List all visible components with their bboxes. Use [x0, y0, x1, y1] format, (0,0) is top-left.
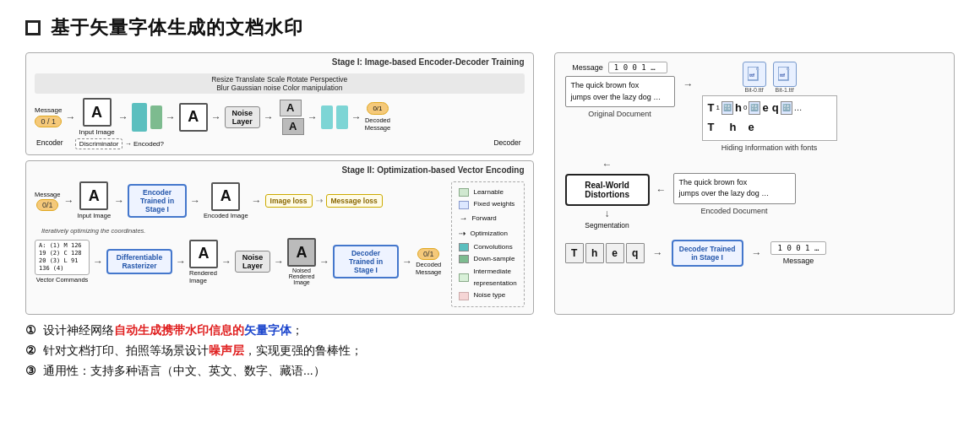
- message-badge-s1: 0 / 1: [35, 116, 62, 127]
- arrow-rw-encoded: ←: [656, 184, 667, 196]
- noise-layer-s2: Noise Layer: [235, 251, 270, 273]
- orig-doc-label: Original Document: [588, 110, 651, 118]
- char-q: q: [626, 243, 645, 263]
- char-e: e: [606, 243, 624, 263]
- input-image-label: Input Image: [79, 128, 114, 136]
- orig-doc-box: The quick brown fox jumps over the lazy …: [565, 76, 675, 107]
- rw-distort-box: Real-WorldDistortions: [565, 174, 650, 206]
- arrow-tile-decoder: →: [653, 247, 663, 259]
- bullet-text-3: 通用性：支持多种语言（中文、英文、数字、藏语...）: [43, 364, 325, 379]
- char-T: T: [565, 243, 584, 263]
- arrow5: →: [264, 111, 274, 123]
- legend-noisetype: Noise type: [459, 289, 516, 301]
- bit-icon-q: 🔠: [781, 101, 792, 115]
- bullet-3: ③ 通用性：支持多种语言（中文、英文、数字、藏语...）: [25, 364, 955, 379]
- legend-convolutions: Convolutions: [459, 241, 516, 253]
- arrow-to-hiding: →: [683, 78, 694, 90]
- output-label: Message: [783, 257, 814, 265]
- discriminator-wrap: Discriminator → Encoded?: [75, 138, 164, 149]
- discriminator-box: Discriminator: [75, 138, 123, 149]
- legend-optimization: ⇢ Optimization: [459, 226, 516, 241]
- encoder-trained-box: Encoder Trained in Stage I: [128, 184, 187, 218]
- bullets-section: ① 设计神经网络自动生成携带水印信息的矢量字体； ② 针对文档打印、拍照等场景设…: [25, 323, 955, 379]
- encoder-label: Encoder: [36, 138, 63, 147]
- bit0-icon: ttf: [743, 62, 766, 87]
- page-header: 基于矢量字体生成的文档水印: [25, 15, 955, 41]
- input-image-block: A: [83, 98, 112, 127]
- vector-commands-box: A: (1) M 126 19 (2) C 128 20 (3) L 91 13…: [35, 240, 90, 275]
- noised-rendered-A: A: [287, 238, 316, 267]
- bit-icon-T: 🔠: [721, 101, 733, 115]
- bit1-file: ttf Bit-1.ttf: [773, 62, 797, 93]
- svg-text:ttf: ttf: [749, 73, 755, 78]
- message-input-box: 1 0 0 1 …: [608, 62, 667, 73]
- bullet-text-2: 针对文档打印、拍照等场景设计噪声层，实现更强的鲁棒性；: [43, 343, 362, 359]
- bit1-label: Bit-1.ttf: [776, 87, 794, 93]
- encoded-doc-col: The quick brown fox jumps over the lazy …: [673, 173, 796, 215]
- message-label-s1: Message: [35, 106, 62, 114]
- arrow6: →: [308, 111, 318, 123]
- arrow1: →: [65, 111, 75, 123]
- msg-badge-s2: 0/1: [36, 199, 59, 211]
- arrow3: →: [166, 111, 176, 123]
- hiding-label: Hiding Information with fonts: [721, 143, 818, 152]
- legend-intermediate: Intermediaterepresentation: [459, 266, 516, 290]
- orig-doc-col: Message 1 0 0 1 … The quick brown fox ju…: [565, 62, 675, 118]
- hiding-info-col: ttf Bit-0.ttf ttf Bi: [702, 62, 837, 152]
- stage2-label: Stage II: Optimization-based Vector Enco…: [341, 165, 524, 175]
- decoder-trained-box: Decoder Trained in Stage I: [333, 245, 399, 278]
- right-top: Message 1 0 0 1 … The quick brown fox ju…: [565, 62, 944, 152]
- rendered-A: A: [189, 240, 218, 268]
- diff-rasterizer-box: Differentiable Rasterizer: [106, 249, 172, 274]
- decoder-block2: [336, 105, 348, 129]
- char-tiles: T h e q: [565, 243, 645, 263]
- bullet-num-2: ②: [25, 343, 36, 357]
- noised-img-1: A: [280, 100, 302, 116]
- decoder-block1: [321, 105, 333, 129]
- iter-note: Iteratively optimizing the coordinates.: [41, 227, 145, 235]
- title-icon: [25, 20, 41, 35]
- char-h: h: [585, 243, 604, 263]
- output-msg-badge: 1 0 0 1 …: [770, 241, 827, 255]
- decoded-msg-s2: 0/1: [417, 248, 440, 260]
- message-loss-box: Message loss: [326, 194, 383, 208]
- decoder-label: Decoder: [493, 138, 520, 147]
- stage1-label: Stage I: Image-based Encoder-Decoder Tra…: [332, 57, 525, 67]
- image-loss-box: Image loss: [265, 194, 313, 208]
- arrow-decoder-out: →: [752, 247, 762, 259]
- bullet-2: ② 针对文档打印、拍照等场景设计噪声层，实现更强的鲁棒性；: [25, 343, 955, 359]
- noise-layer-s1: Noise Layer: [225, 106, 260, 128]
- output-msg-col: 1 0 0 1 … Message: [770, 241, 827, 265]
- arrow7: →: [351, 111, 362, 123]
- page-title: 基于矢量字体生成的文档水印: [51, 15, 303, 41]
- arrow4: →: [211, 111, 221, 123]
- legend-downsample: Down-sample: [459, 253, 516, 265]
- stage2-box: Stage II: Optimization-based Vector Enco…: [25, 160, 534, 315]
- legend-learnable: Learnable: [459, 186, 516, 198]
- legend-box: Learnable Fixed weights → Forward ⇢ Opti…: [451, 181, 524, 307]
- msg-label-r: Message: [572, 63, 603, 72]
- right-diagram: Message 1 0 0 1 … The quick brown fox ju…: [554, 52, 955, 315]
- noised-images: A A: [277, 100, 304, 135]
- encoded-doc-label: Encoded Document: [701, 207, 768, 215]
- decoder-stage1-box: Decoder Trained in Stage I: [672, 240, 743, 267]
- bullet-text-1: 设计神经网络自动生成携带水印信息的矢量字体；: [43, 323, 303, 338]
- encoded-A-s2: A: [211, 182, 240, 211]
- rw-col: ↓ Real-WorldDistortions ↓ Segmentation: [565, 159, 650, 230]
- noised-img-2: A: [282, 118, 304, 135]
- stage1-box: Stage I: Image-based Encoder-Decoder Tra…: [25, 52, 534, 155]
- hiding-chars-box: T 1 🔠 h 0 🔠 e q 🔠 … T h e: [702, 95, 837, 141]
- svg-text:ttf: ttf: [780, 73, 786, 78]
- bullet-num-3: ③: [25, 364, 36, 377]
- stage1-main-row: Message 0 / 1 → A Input Image → → A →: [35, 98, 525, 136]
- message-input-row: Message 1 0 0 1 …: [572, 62, 667, 73]
- font-files: ttf Bit-0.ttf ttf Bi: [743, 62, 797, 93]
- decoded-badge: 0/1: [367, 102, 388, 115]
- main-content: Stage I: Image-based Encoder-Decoder Tra…: [25, 52, 955, 315]
- middle-section: ↓ Real-WorldDistortions ↓ Segmentation ←…: [565, 159, 944, 230]
- bullet-num-1: ①: [25, 323, 36, 337]
- encoder-block2: [150, 105, 162, 129]
- encoded-q: → Encoded?: [125, 140, 164, 148]
- left-diagram: Stage I: Image-based Encoder-Decoder Tra…: [25, 52, 534, 315]
- seg-label: Segmentation: [585, 221, 629, 230]
